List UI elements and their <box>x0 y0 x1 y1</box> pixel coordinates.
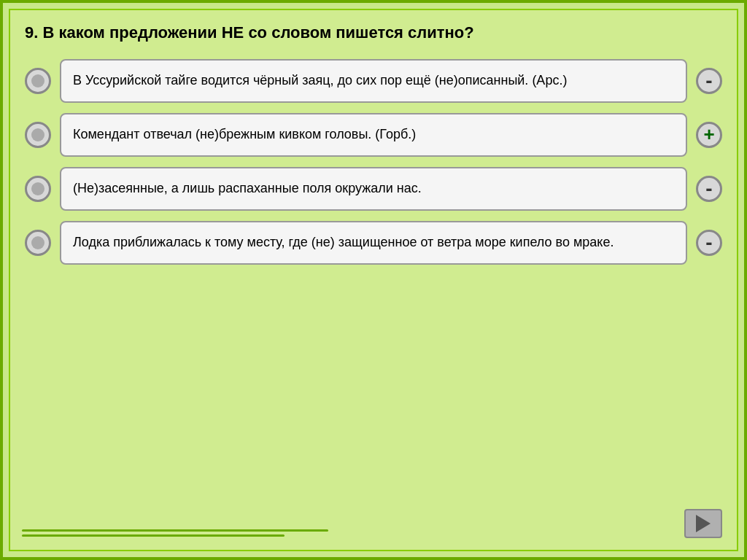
sign-label-2: + <box>703 123 714 146</box>
answers-container: В Уссурийской тайге водится чёрный заяц,… <box>25 59 722 265</box>
radio-inner-2 <box>31 128 44 141</box>
bottom-line-2 <box>22 534 285 537</box>
radio-inner-3 <box>31 182 44 195</box>
radio-inner-4 <box>31 236 44 249</box>
radio-button-4[interactable] <box>25 230 51 256</box>
answer-box-2[interactable]: Комендант отвечал (не)брежным кивком гол… <box>60 113 687 157</box>
bottom-line-1 <box>22 529 328 532</box>
sign-label-4: - <box>705 231 712 254</box>
outer-border: 9. В каком предложении НЕ со словом пише… <box>0 0 747 560</box>
answer-row-2: Комендант отвечал (не)брежным кивком гол… <box>25 113 722 157</box>
next-button[interactable] <box>684 509 722 538</box>
answer-text-1: В Уссурийской тайге водится чёрный заяц,… <box>73 71 567 90</box>
inner-content: 9. В каком предложении НЕ со словом пише… <box>9 9 738 551</box>
answer-box-4[interactable]: Лодка приближалась к тому месту, где (не… <box>60 221 687 265</box>
radio-button-2[interactable] <box>25 122 51 148</box>
sign-btn-4[interactable]: - <box>696 230 722 256</box>
radio-inner-1 <box>31 74 44 88</box>
question-title: 9. В каком предложении НЕ со словом пише… <box>25 22 722 44</box>
radio-button-3[interactable] <box>25 176 51 202</box>
answer-row-4: Лодка приближалась к тому месту, где (не… <box>25 221 722 265</box>
answer-text-4: Лодка приближалась к тому месту, где (не… <box>73 233 614 252</box>
answer-box-3[interactable]: (Не)засеянные, а лишь распаханные поля о… <box>60 167 687 211</box>
answer-row: В Уссурийской тайге водится чёрный заяц,… <box>25 59 722 103</box>
sign-btn-3[interactable]: - <box>696 176 722 202</box>
sign-btn-1[interactable]: - <box>696 68 722 94</box>
answer-text-3: (Не)засеянные, а лишь распаханные поля о… <box>73 179 422 198</box>
radio-button-1[interactable] <box>25 68 51 94</box>
answer-text-2: Комендант отвечал (не)брежным кивком гол… <box>73 125 416 144</box>
sign-label-1: - <box>705 69 712 93</box>
bottom-lines <box>22 529 328 537</box>
sign-btn-2[interactable]: + <box>696 122 722 148</box>
sign-label-3: - <box>705 177 712 201</box>
answer-box-1[interactable]: В Уссурийской тайге водится чёрный заяц,… <box>60 59 687 103</box>
answer-row-3: (Не)засеянные, а лишь распаханные поля о… <box>25 167 722 211</box>
